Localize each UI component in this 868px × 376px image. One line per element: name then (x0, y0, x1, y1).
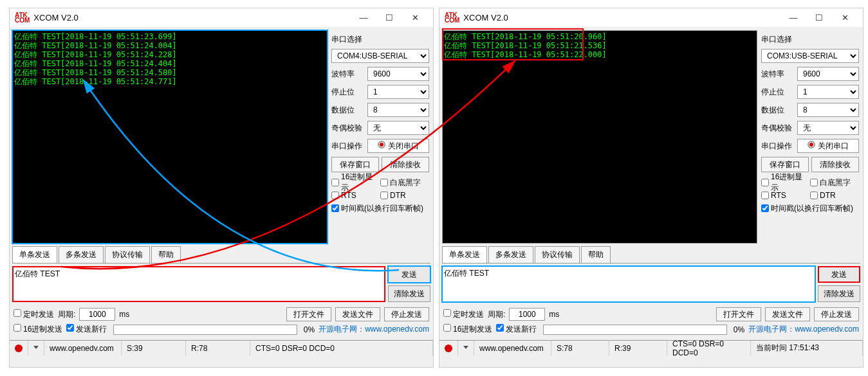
progress-pct: 0% (734, 325, 744, 334)
send-file-button[interactable]: 发送文件 (335, 307, 380, 321)
bw-checkbox[interactable]: 白底黑字 (810, 176, 859, 189)
tab-multi[interactable]: 多条发送 (488, 246, 533, 263)
progress-bar (113, 325, 297, 335)
status-signals: CTS=0 DSR=0 DCD=0 (667, 341, 751, 355)
tab-single[interactable]: 单条发送 (12, 246, 57, 263)
port-select[interactable]: COM3:USB-SERIAL (761, 49, 859, 63)
open-file-button[interactable]: 打开文件 (716, 307, 761, 321)
save-window-button[interactable]: 保存窗口 (331, 157, 379, 172)
cycle-input[interactable] (509, 308, 545, 321)
timed-send-checkbox[interactable]: 定时发送 (14, 309, 54, 320)
port-toggle-button[interactable]: 关闭串口 (367, 139, 429, 153)
xcom-window-right: ATKCOM XCOM V2.0 — ☐ ✕ 亿佰特 TEST[2018-11-… (439, 8, 863, 368)
timed-send-checkbox[interactable]: 定时发送 (443, 309, 484, 320)
tab-protocol[interactable]: 协议传输 (105, 246, 150, 263)
tab-help[interactable]: 帮助 (151, 246, 181, 263)
stop-label: 停止位 (761, 87, 797, 98)
tab-multi[interactable]: 多条发送 (59, 246, 104, 263)
status-url[interactable]: www.openedv.com (44, 341, 122, 355)
parity-select[interactable]: 无 (367, 121, 429, 135)
send-input[interactable] (442, 266, 815, 302)
clear-recv-button[interactable]: 清除接收 (382, 157, 429, 172)
rts-checkbox[interactable]: RTS (331, 189, 380, 202)
op-label: 串口操作 (761, 141, 797, 152)
save-window-button[interactable]: 保存窗口 (761, 157, 809, 172)
stop-send-button[interactable]: 停止发送 (814, 307, 859, 321)
terminal-output[interactable]: 亿佰特 TEST[2018-11-19 05:51:23.699] 亿佰特 TE… (12, 30, 328, 244)
data-select[interactable]: 8 (797, 103, 859, 117)
cycle-label: 周期: (58, 309, 75, 320)
app-logo-icon: ATKCOM (445, 13, 459, 23)
port-toggle-button[interactable]: 关闭串口 (797, 139, 859, 153)
hex-display-checkbox[interactable]: 16进制显示 (331, 176, 380, 189)
maximize-button[interactable]: ☐ (806, 9, 832, 27)
tab-single[interactable]: 单条发送 (442, 246, 487, 263)
status-signals: CTS=0 DSR=0 DCD=0 (250, 341, 433, 355)
hex-display-checkbox[interactable]: 16进制显示 (761, 176, 810, 189)
app-logo-icon: ATKCOM (15, 13, 30, 23)
minimize-button[interactable]: — (351, 9, 376, 27)
rts-checkbox[interactable]: RTS (761, 189, 810, 202)
hex-send-checkbox[interactable]: 16进制发送 (14, 324, 62, 335)
record-icon (439, 341, 458, 355)
stop-select[interactable]: 1 (797, 85, 859, 99)
status-url[interactable]: www.openedv.com (474, 341, 551, 355)
send-tabs: 单条发送 多条发送 协议传输 帮助 (442, 246, 860, 264)
send-input[interactable] (12, 266, 385, 302)
parity-select[interactable]: 无 (797, 121, 859, 135)
titlebar[interactable]: ATKCOM XCOM V2.0 — ☐ ✕ (10, 8, 433, 28)
terminal-output[interactable]: 亿佰特 TEST[2018-11-19 05:51:20.960] 亿佰特 TE… (442, 30, 757, 244)
credit-link[interactable]: 开源电子网：www.openedv.com (748, 324, 859, 335)
send-tabs: 单条发送 多条发送 协议传输 帮助 (12, 246, 430, 264)
dropdown-icon[interactable] (458, 341, 474, 355)
send-button[interactable]: 发送 (818, 266, 860, 283)
baud-label: 波特率 (331, 69, 367, 80)
op-label: 串口操作 (331, 141, 367, 152)
dtr-checkbox[interactable]: DTR (810, 189, 859, 202)
bw-checkbox[interactable]: 白底黑字 (380, 176, 429, 189)
parity-label: 奇偶校验 (761, 123, 797, 134)
cycle-label: 周期: (488, 309, 505, 320)
tab-protocol[interactable]: 协议传输 (535, 246, 580, 263)
cycle-input[interactable] (79, 308, 115, 321)
clear-send-button[interactable]: 清除发送 (388, 285, 430, 302)
send-newline-checkbox[interactable]: 发送新行 (66, 324, 107, 335)
stop-send-button[interactable]: 停止发送 (384, 307, 429, 321)
hex-send-checkbox[interactable]: 16进制发送 (443, 324, 492, 335)
clear-send-button[interactable]: 清除发送 (818, 285, 860, 302)
dropdown-icon[interactable] (28, 341, 44, 355)
stop-label: 停止位 (331, 87, 367, 98)
clear-recv-button[interactable]: 清除接收 (811, 157, 859, 172)
progress-bar (543, 325, 726, 335)
close-button[interactable]: ✕ (402, 9, 428, 27)
open-file-button[interactable]: 打开文件 (286, 307, 331, 321)
stop-select[interactable]: 1 (367, 85, 429, 99)
credit-link[interactable]: 开源电子网：www.openedv.com (319, 324, 429, 335)
window-title: XCOM V2.0 (463, 13, 780, 22)
send-file-button[interactable]: 发送文件 (765, 307, 810, 321)
status-bar: www.openedv.com S:78 R:39 CTS=0 DSR=0 DC… (439, 340, 863, 355)
dtr-checkbox[interactable]: DTR (380, 189, 429, 202)
status-bar: www.openedv.com S:39 R:78 CTS=0 DSR=0 DC… (10, 340, 433, 355)
maximize-button[interactable]: ☐ (376, 9, 402, 27)
tab-help[interactable]: 帮助 (581, 246, 611, 263)
titlebar[interactable]: ATKCOM XCOM V2.0 — ☐ ✕ (439, 8, 863, 28)
send-button[interactable]: 发送 (388, 266, 430, 283)
baud-select[interactable]: 9600 (367, 67, 429, 81)
send-newline-checkbox[interactable]: 发送新行 (496, 324, 537, 335)
record-icon (10, 341, 28, 355)
baud-label: 波特率 (761, 69, 797, 80)
baud-select[interactable]: 9600 (797, 67, 859, 81)
timestamp-checkbox[interactable]: 时间戳(以换行回车断帧) (761, 202, 859, 215)
port-select-label: 串口选择 (331, 34, 429, 45)
status-sent: S:39 (122, 341, 186, 355)
progress-pct: 0% (304, 325, 315, 334)
status-sent: S:78 (551, 341, 609, 355)
minimize-button[interactable]: — (780, 9, 806, 27)
timestamp-checkbox[interactable]: 时间戳(以换行回车断帧) (331, 202, 429, 215)
port-select[interactable]: COM4:USB-SERIAL (331, 49, 429, 63)
close-button[interactable]: ✕ (832, 9, 858, 27)
status-recv: R:39 (609, 341, 667, 355)
data-select[interactable]: 8 (367, 103, 429, 117)
xcom-window-left: ATKCOM XCOM V2.0 — ☐ ✕ 亿佰特 TEST[2018-11-… (9, 8, 434, 368)
